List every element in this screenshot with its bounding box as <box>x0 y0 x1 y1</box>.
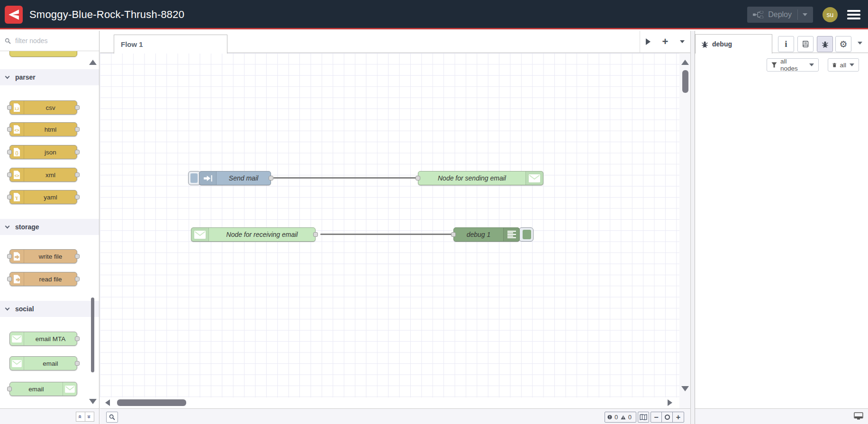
node-input-port[interactable] <box>7 150 12 154</box>
json-file-icon: {} <box>10 145 24 159</box>
debug-toggle-button[interactable] <box>519 227 533 242</box>
deploy-caret-icon[interactable] <box>803 13 807 16</box>
debug-sidebar-button[interactable] <box>817 36 833 52</box>
tab-flow-1[interactable]: Flow 1 <box>114 35 227 54</box>
inject-button-pad <box>190 173 198 183</box>
palette-node-label: xml <box>24 168 77 181</box>
canvas-vscrollbar-thumb[interactable] <box>682 70 688 93</box>
palette-search-input[interactable] <box>14 36 85 45</box>
palette-node-partial[interactable] <box>9 51 77 57</box>
palette-node-email-mta[interactable]: email MTA <box>9 332 77 346</box>
tab-debug[interactable]: debug <box>695 34 772 54</box>
envelope-icon <box>191 228 209 241</box>
node-output-port[interactable] <box>75 150 80 154</box>
sidebar-splitter[interactable] <box>690 31 695 424</box>
canvas-vscroll-strip <box>679 53 690 408</box>
node-input-port[interactable] <box>7 172 12 177</box>
flow-node-debug-1[interactable]: debug 1 <box>453 227 520 242</box>
node-output-port[interactable] <box>75 127 80 132</box>
node-output-port[interactable] <box>75 172 80 177</box>
zoom-out-button[interactable]: − <box>651 412 662 422</box>
main-menu-button[interactable] <box>847 10 860 19</box>
config-nodes-button[interactable]: ⚙ <box>835 36 851 52</box>
palette-node-email-out[interactable]: email <box>9 382 77 396</box>
notification-counts[interactable]: 0 0 <box>605 412 636 423</box>
canvas-search-button[interactable] <box>106 412 118 423</box>
flow-node-sending-email[interactable]: Node for sending email <box>418 171 543 185</box>
palette-node-html[interactable]: <> html <box>9 122 77 136</box>
node-input-port[interactable] <box>7 254 12 259</box>
sidebar-menu-caret[interactable] <box>858 42 862 45</box>
svg-text:Y: Y <box>15 196 18 200</box>
hamburger-icon <box>847 18 860 19</box>
html-file-icon: <> <box>10 123 24 136</box>
sidebar-tab-label: debug <box>712 40 732 48</box>
error-count: 0 <box>613 414 620 421</box>
node-output-port[interactable] <box>75 105 80 110</box>
palette-scroll-down-button[interactable] <box>89 399 97 404</box>
app-header: Smoggy-Blue-Rock-Thrush-8820 Deploy su <box>0 0 868 29</box>
node-input-port[interactable] <box>7 105 12 110</box>
palette-category-social[interactable]: social <box>0 301 99 317</box>
palette-node-yaml[interactable]: Y yaml <box>9 190 77 204</box>
user-avatar[interactable]: su <box>823 7 838 22</box>
canvas-scroll-right-button[interactable] <box>668 399 672 406</box>
node-output-port[interactable] <box>75 195 80 199</box>
expand-all-categories-button[interactable]: » <box>85 412 94 422</box>
canvas-scroll-down-button[interactable] <box>681 386 689 391</box>
palette-node-json[interactable]: {} json <box>9 145 77 159</box>
book-icon <box>802 40 809 48</box>
deploy-button[interactable]: Deploy <box>747 7 813 23</box>
palette-category-parser[interactable]: parser <box>0 69 99 85</box>
flow-node-receiving-email[interactable]: Node for receiving email <box>191 227 316 242</box>
zoom-in-button[interactable]: + <box>673 412 684 422</box>
info-sidebar-button[interactable]: i <box>778 36 794 52</box>
debug-filter-button[interactable]: all nodes <box>767 58 819 72</box>
palette-scroll-up-button[interactable] <box>89 60 97 65</box>
navigator-button[interactable] <box>638 412 649 423</box>
node-input-port[interactable] <box>7 195 12 199</box>
palette-node-write-file[interactable]: write file <box>9 249 77 263</box>
canvas-scroll-left-button[interactable] <box>105 399 110 406</box>
palette-scrollbar-thumb[interactable] <box>91 298 94 372</box>
header-controls: Deploy su <box>747 0 860 29</box>
wire-emailin-to-debug[interactable] <box>320 234 452 235</box>
palette-node-email-in[interactable]: email <box>9 356 77 370</box>
node-output-port[interactable] <box>269 176 273 180</box>
flow-canvas[interactable] <box>100 53 679 397</box>
palette-node-csv[interactable]: 1,2 csv <box>9 100 77 115</box>
avatar-initials: su <box>827 11 834 18</box>
node-label: Send mail <box>217 171 271 185</box>
palette-node-read-file[interactable]: read file <box>9 272 77 286</box>
debug-toolbar: all nodes all <box>695 53 868 75</box>
debug-sidebar: debug i ⚙ <box>695 31 868 424</box>
canvas-hscrollbar-thumb[interactable] <box>117 399 186 406</box>
tab-list-button[interactable] <box>680 40 685 43</box>
node-output-port[interactable] <box>75 277 80 281</box>
svg-text:<>: <> <box>15 128 19 133</box>
node-output-port[interactable] <box>75 336 80 341</box>
zoom-reset-button[interactable] <box>662 412 673 422</box>
canvas-scroll-up-button[interactable] <box>681 60 689 65</box>
next-tab-button[interactable] <box>646 38 651 45</box>
node-output-port[interactable] <box>75 361 80 366</box>
csv-file-icon: 1,2 <box>10 101 24 114</box>
logo[interactable] <box>5 6 23 24</box>
wire-sendmail-to-emailout[interactable] <box>273 177 419 179</box>
palette-category-storage[interactable]: storage <box>0 219 99 235</box>
node-input-port[interactable] <box>451 232 456 237</box>
node-output-port[interactable] <box>75 254 80 259</box>
debug-messages-area[interactable] <box>695 75 868 408</box>
debug-clear-button[interactable]: all <box>828 58 859 72</box>
node-input-port[interactable] <box>7 127 12 132</box>
open-in-window-button[interactable] <box>854 412 863 422</box>
collapse-all-categories-button[interactable]: « <box>76 412 85 422</box>
flow-node-send-mail[interactable]: Send mail <box>199 171 271 185</box>
add-flow-button[interactable]: + <box>662 37 669 46</box>
palette-node-xml[interactable]: <> xml <box>9 168 77 182</box>
help-sidebar-button[interactable] <box>797 36 814 52</box>
node-output-port[interactable] <box>313 232 318 237</box>
node-input-port[interactable] <box>7 387 12 391</box>
node-input-port[interactable] <box>7 277 12 281</box>
node-input-port[interactable] <box>416 176 420 180</box>
